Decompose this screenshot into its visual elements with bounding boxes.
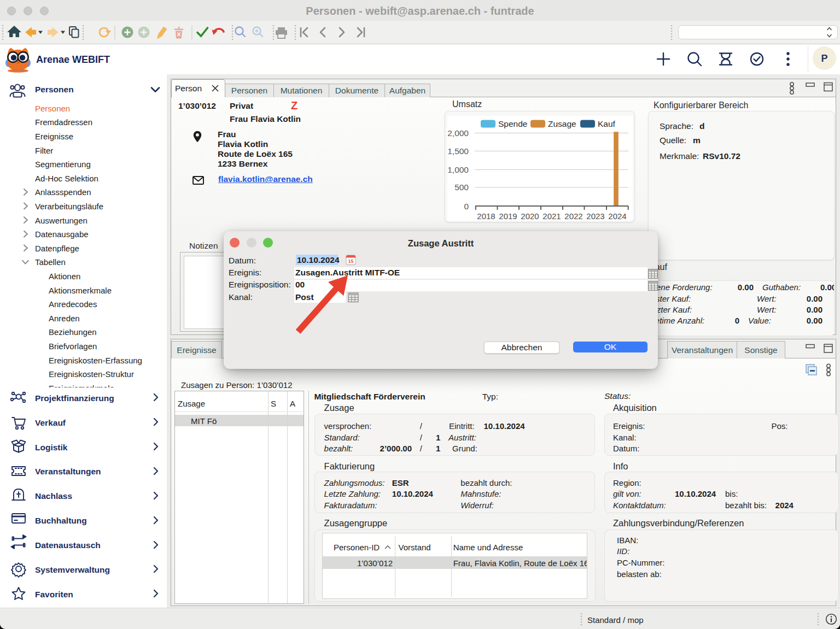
svg-text:2018: 2018: [477, 211, 495, 221]
svg-text:2019: 2019: [499, 211, 517, 221]
svg-text:Kauf: Kauf: [598, 119, 616, 128]
svg-text:2,000: 2,000: [447, 128, 469, 138]
svg-text:500: 500: [454, 183, 469, 192]
svg-text:2022: 2022: [564, 211, 582, 221]
svg-text:2021: 2021: [542, 211, 561, 221]
svg-text:0: 0: [464, 202, 469, 211]
svg-text:Spende: Spende: [498, 119, 527, 128]
svg-text:Zusage: Zusage: [548, 119, 576, 128]
svg-text:2023: 2023: [586, 211, 604, 221]
svg-text:2024: 2024: [608, 211, 626, 221]
svg-text:2020: 2020: [521, 211, 539, 221]
svg-text:1,500: 1,500: [447, 146, 469, 156]
svg-text:1,000: 1,000: [447, 165, 469, 174]
